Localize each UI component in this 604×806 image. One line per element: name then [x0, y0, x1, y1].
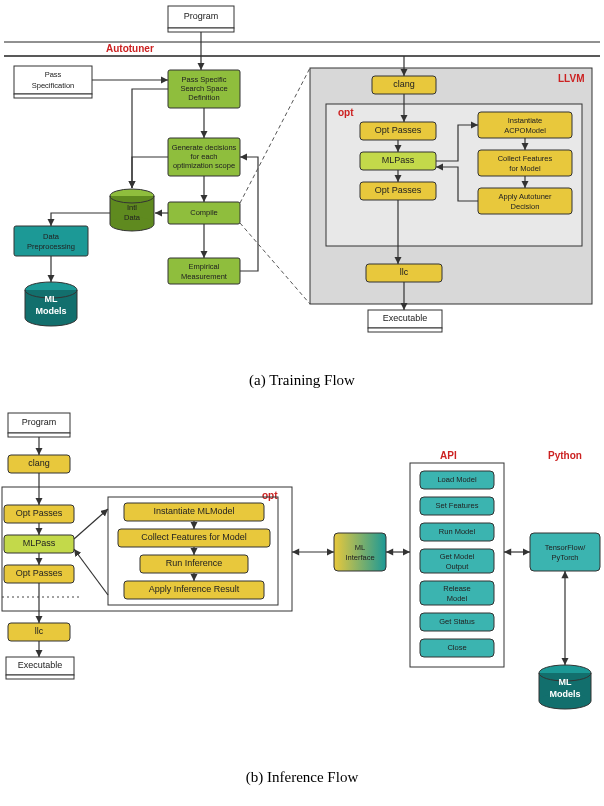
acpo-l2: ACPOModel [504, 126, 546, 135]
training-caption: (a) Training Flow [0, 360, 604, 407]
aa-l1: Apply Autotuner [499, 192, 552, 201]
executable-label: Executable [383, 313, 428, 323]
optpasses2-label-inf: Opt Passes [16, 568, 63, 578]
intl-data-l2: Data [124, 213, 141, 222]
ri-label: Run Inference [166, 558, 223, 568]
search-space-l3: Definition [188, 93, 219, 102]
mlmodels-cylinder-inference: ML Models [539, 665, 591, 709]
training-flow-diagram: Program Autotuner Pass Pass Specificatio… [0, 0, 604, 360]
search-space-l1: Pass Specific [181, 75, 226, 84]
gen-l3: optimization scope [173, 161, 235, 170]
llc-label: llc [400, 267, 409, 277]
program-label: Program [184, 11, 219, 21]
svg-rect-4 [14, 94, 92, 98]
python-label: Python [548, 450, 582, 461]
emp-l2: Measurement [181, 272, 228, 281]
gen-l1: Generate decisions [172, 143, 237, 152]
optpasses1-label: Opt Passes [375, 125, 422, 135]
opt-label: opt [338, 107, 354, 118]
optpasses1-label-inf: Opt Passes [16, 508, 63, 518]
tfp-l2: PyTorch [551, 553, 578, 562]
mlpass-label: MLPass [382, 155, 415, 165]
cf-label-inf: Collect Features for Model [141, 532, 247, 542]
llc-label-inf: llc [35, 626, 44, 636]
loadmodel-label: Load Model [437, 475, 477, 484]
pass-spec-label: Pass [45, 70, 62, 79]
runmodel-label: Run Model [439, 527, 476, 536]
mlmodels2-l2: Models [549, 689, 580, 699]
clang-label: clang [393, 79, 415, 89]
intl-data-cylinder: Intl Data [110, 189, 154, 231]
pass-spec-label2: Specification [32, 81, 75, 90]
autotuner-label: Autotuner [106, 43, 154, 54]
inference-flow-diagram: Program clang Opt Passes MLPass Opt Pass… [0, 407, 604, 757]
program-label-inf: Program [22, 417, 57, 427]
cf-l2: for Model [509, 164, 541, 173]
emp-l1: Empirical [189, 262, 220, 271]
intl-data-l1: Intl [127, 203, 137, 212]
tfp-l1: TensorFlow/ [545, 543, 586, 552]
svg-rect-13 [368, 328, 442, 332]
instml-label: Instantiate MLModel [153, 506, 234, 516]
optpasses2-label: Opt Passes [375, 185, 422, 195]
dp-l1: Data [43, 232, 60, 241]
llvm-label: LLVM [558, 73, 584, 84]
inference-caption: (b) Inference Flow [0, 757, 604, 804]
mlmodels-l1: ML [45, 294, 58, 304]
opt-label-inf: opt [262, 490, 278, 501]
svg-rect-14 [8, 433, 70, 437]
svg-rect-17 [6, 675, 74, 679]
setfeatures-label: Set Features [436, 501, 479, 510]
aa-l2: Decision [511, 202, 540, 211]
api-label: API [440, 450, 457, 461]
search-space-l2: Search Space [180, 84, 227, 93]
close-label: Close [447, 643, 466, 652]
mlmodels2-l1: ML [559, 677, 572, 687]
getstatus-label: Get Status [439, 617, 475, 626]
svg-rect-0 [168, 28, 234, 32]
relmod-l1: Release [443, 584, 471, 593]
getout-l1: Get Model [440, 552, 475, 561]
mlmodels-l2: Models [35, 306, 66, 316]
compile-label: Compile [190, 208, 218, 217]
acpo-l1: Instantiate [508, 116, 543, 125]
executable-label-inf: Executable [18, 660, 63, 670]
mlmodels-cylinder-training: ML Models [25, 282, 77, 326]
mli-l1: ML [355, 543, 365, 552]
dp-l2: Preprocessing [27, 242, 75, 251]
ar-label: Apply Inference Result [149, 584, 240, 594]
gen-l2: for each [190, 152, 217, 161]
getout-l2: Output [446, 562, 469, 571]
relmod-l2: Model [447, 594, 468, 603]
cf-l1: Collect Features [498, 154, 553, 163]
mli-l2: Interface [345, 553, 374, 562]
mlpass-label-inf: MLPass [23, 538, 56, 548]
clang-label-inf: clang [28, 458, 50, 468]
